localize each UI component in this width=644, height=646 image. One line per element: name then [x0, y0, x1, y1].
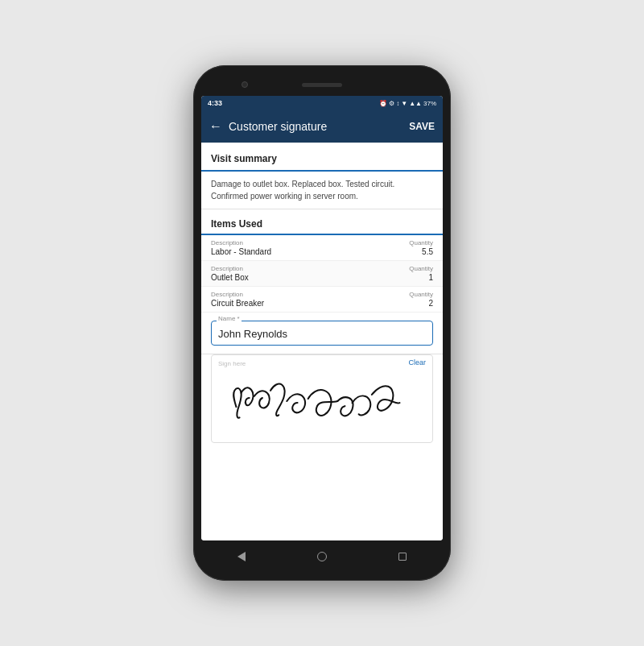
table-row: Description Quantity Circuit Breaker 2 — [201, 287, 443, 313]
phone-device: 4:33 ⏰ ⚙ ↕ ▼ ▲▲ 37% ← Customer signature… — [193, 65, 451, 581]
battery-text: 37% — [423, 100, 436, 107]
nav-recent-button[interactable] — [397, 551, 408, 562]
phone-top-bar — [201, 77, 443, 93]
phone-screen: 4:33 ⏰ ⚙ ↕ ▼ ▲▲ 37% ← Customer signature… — [201, 96, 443, 540]
description-label: Description — [211, 265, 243, 272]
signature-drawing — [212, 355, 432, 442]
name-field-container: Name * John Reynolds — [201, 313, 443, 354]
app-bar-title: Customer signature — [229, 120, 409, 133]
signal-icon: ▲▲ — [409, 100, 422, 107]
status-icons: ⏰ ⚙ ↕ ▼ ▲▲ 37% — [379, 100, 436, 107]
table-row: Description Quantity Outlet Box 1 — [201, 261, 443, 287]
phone-camera — [242, 81, 248, 88]
name-field-label: Name * — [217, 315, 242, 322]
save-button[interactable]: SAVE — [409, 121, 435, 132]
signature-container: Sign here Clear — [201, 354, 443, 451]
table-row: Description Quantity Labor - Standard 5.… — [201, 235, 443, 261]
recent-nav-icon — [398, 553, 407, 561]
visit-summary-title: Visit summary — [211, 153, 277, 164]
back-nav-icon — [237, 552, 246, 561]
quantity-label: Quantity — [409, 239, 433, 246]
signature-hint: Sign here — [218, 360, 246, 367]
nav-home-button[interactable] — [316, 551, 328, 562]
items-used-title: Items Used — [211, 218, 262, 230]
name-field-value[interactable]: John Reynolds — [218, 328, 287, 340]
item-description: Labor - Standard — [211, 247, 271, 256]
phone-speaker — [302, 83, 342, 87]
alarm-icon: ⏰ — [379, 100, 387, 107]
wifi-icon: ▼ — [401, 100, 407, 107]
visit-summary-text: Damage to outlet box. Replaced box. Test… — [201, 172, 443, 209]
items-used-header: Items Used — [201, 209, 443, 235]
name-field-wrapper: Name * John Reynolds — [211, 321, 433, 346]
content-area: Visit summary Damage to outlet box. Repl… — [201, 143, 443, 540]
phone-bottom-bar — [201, 544, 443, 569]
item-quantity: 5.5 — [422, 247, 433, 256]
signature-box[interactable]: Sign here Clear — [211, 354, 433, 443]
items-list: Description Quantity Labor - Standard 5.… — [201, 235, 443, 313]
quantity-label: Quantity — [409, 291, 433, 298]
visit-summary-header: Visit summary — [201, 143, 443, 172]
item-quantity: 2 — [428, 299, 433, 308]
description-label: Description — [211, 291, 243, 298]
item-description: Circuit Breaker — [211, 299, 264, 308]
quantity-label: Quantity — [409, 265, 433, 272]
sync-icon: ↕ — [396, 100, 399, 107]
back-button[interactable]: ← — [209, 119, 222, 134]
item-quantity: 1 — [428, 273, 433, 282]
app-bar: ← Customer signature SAVE — [201, 110, 443, 143]
home-nav-icon — [317, 552, 327, 561]
settings-icon: ⚙ — [389, 100, 394, 107]
status-time: 4:33 — [208, 99, 222, 107]
description-label: Description — [211, 239, 243, 246]
clear-button[interactable]: Clear — [408, 358, 426, 366]
item-description: Outlet Box — [211, 273, 249, 282]
nav-back-button[interactable] — [236, 551, 247, 562]
status-bar: 4:33 ⏰ ⚙ ↕ ▼ ▲▲ 37% — [201, 96, 443, 110]
